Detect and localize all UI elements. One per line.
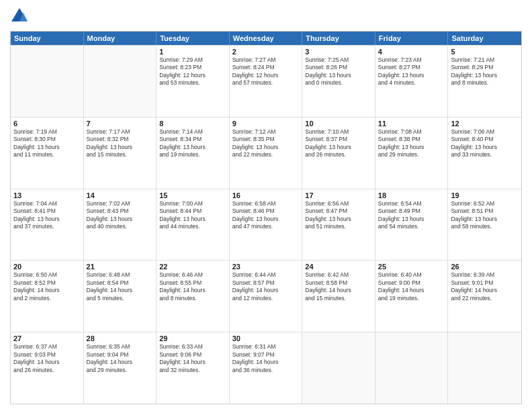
day-cell-17: 17Sunrise: 6:56 AM Sunset: 8:47 PM Dayli… xyxy=(302,189,375,261)
day-cell-23: 23Sunrise: 6:44 AM Sunset: 8:57 PM Dayli… xyxy=(230,261,303,332)
weekday-thursday: Thursday xyxy=(302,32,375,45)
day-cell-8: 8Sunrise: 7:14 AM Sunset: 8:34 PM Daylig… xyxy=(157,118,230,189)
day-info: Sunrise: 7:12 AM Sunset: 8:35 PM Dayligh… xyxy=(232,128,300,159)
day-info: Sunrise: 6:50 AM Sunset: 8:52 PM Dayligh… xyxy=(13,271,81,302)
empty-cell-r4c5 xyxy=(375,332,449,404)
day-number: 6 xyxy=(13,120,81,128)
day-cell-20: 20Sunrise: 6:50 AM Sunset: 8:52 PM Dayli… xyxy=(11,261,84,332)
day-number: 10 xyxy=(305,120,372,128)
day-info: Sunrise: 7:25 AM Sunset: 8:26 PM Dayligh… xyxy=(305,56,372,87)
day-info: Sunrise: 6:31 AM Sunset: 9:07 PM Dayligh… xyxy=(232,343,300,374)
day-number: 5 xyxy=(451,48,519,56)
day-info: Sunrise: 7:21 AM Sunset: 8:29 PM Dayligh… xyxy=(451,56,519,87)
day-cell-25: 25Sunrise: 6:40 AM Sunset: 9:00 PM Dayli… xyxy=(375,261,449,332)
day-number: 17 xyxy=(305,191,372,199)
calendar-row-5: 27Sunrise: 6:37 AM Sunset: 9:03 PM Dayli… xyxy=(11,332,521,404)
day-info: Sunrise: 6:52 AM Sunset: 8:51 PM Dayligh… xyxy=(451,200,519,231)
calendar-row-3: 13Sunrise: 7:04 AM Sunset: 8:41 PM Dayli… xyxy=(11,189,521,261)
day-cell-16: 16Sunrise: 6:58 AM Sunset: 8:46 PM Dayli… xyxy=(230,189,303,261)
day-info: Sunrise: 7:00 AM Sunset: 8:44 PM Dayligh… xyxy=(159,200,226,231)
day-cell-2: 2Sunrise: 7:27 AM Sunset: 8:24 PM Daylig… xyxy=(230,46,303,117)
day-number: 9 xyxy=(232,120,300,128)
day-info: Sunrise: 7:17 AM Sunset: 8:32 PM Dayligh… xyxy=(87,128,154,159)
calendar-row-2: 6Sunrise: 7:19 AM Sunset: 8:30 PM Daylig… xyxy=(11,117,521,189)
day-number: 28 xyxy=(87,334,154,342)
day-info: Sunrise: 6:33 AM Sunset: 9:06 PM Dayligh… xyxy=(159,343,226,374)
day-cell-19: 19Sunrise: 6:52 AM Sunset: 8:51 PM Dayli… xyxy=(448,189,521,261)
calendar-body: 1Sunrise: 7:29 AM Sunset: 8:23 PM Daylig… xyxy=(11,45,521,404)
day-number: 4 xyxy=(378,48,445,56)
weekday-monday: Monday xyxy=(84,32,157,45)
day-cell-30: 30Sunrise: 6:31 AM Sunset: 9:07 PM Dayli… xyxy=(230,332,303,404)
day-number: 2 xyxy=(232,48,300,56)
day-number: 27 xyxy=(13,334,81,342)
day-cell-4: 4Sunrise: 7:23 AM Sunset: 8:27 PM Daylig… xyxy=(375,46,449,117)
day-number: 29 xyxy=(159,334,226,342)
day-info: Sunrise: 7:14 AM Sunset: 8:34 PM Dayligh… xyxy=(159,128,226,159)
day-cell-21: 21Sunrise: 6:48 AM Sunset: 8:54 PM Dayli… xyxy=(84,261,157,332)
calendar-header: Sunday Monday Tuesday Wednesday Thursday… xyxy=(11,32,521,45)
day-number: 21 xyxy=(87,263,154,271)
day-info: Sunrise: 7:19 AM Sunset: 8:30 PM Dayligh… xyxy=(13,128,81,159)
weekday-wednesday: Wednesday xyxy=(230,32,303,45)
day-number: 23 xyxy=(232,263,300,271)
day-number: 22 xyxy=(159,263,226,271)
weekday-tuesday: Tuesday xyxy=(157,32,230,45)
day-info: Sunrise: 6:54 AM Sunset: 8:49 PM Dayligh… xyxy=(378,200,445,231)
day-number: 13 xyxy=(13,191,81,199)
empty-cell-r0c0 xyxy=(11,46,84,117)
day-number: 14 xyxy=(87,191,154,199)
header xyxy=(10,7,522,26)
day-number: 20 xyxy=(13,263,81,271)
day-info: Sunrise: 6:46 AM Sunset: 8:55 PM Dayligh… xyxy=(159,271,226,302)
day-cell-9: 9Sunrise: 7:12 AM Sunset: 8:35 PM Daylig… xyxy=(230,118,303,189)
day-cell-13: 13Sunrise: 7:04 AM Sunset: 8:41 PM Dayli… xyxy=(11,189,84,261)
day-info: Sunrise: 6:37 AM Sunset: 9:03 PM Dayligh… xyxy=(13,343,81,374)
day-number: 12 xyxy=(451,120,519,128)
day-info: Sunrise: 7:02 AM Sunset: 8:43 PM Dayligh… xyxy=(87,200,154,231)
calendar: Sunday Monday Tuesday Wednesday Thursday… xyxy=(10,31,522,404)
day-cell-7: 7Sunrise: 7:17 AM Sunset: 8:32 PM Daylig… xyxy=(84,118,157,189)
day-info: Sunrise: 7:06 AM Sunset: 8:40 PM Dayligh… xyxy=(451,128,519,159)
day-cell-3: 3Sunrise: 7:25 AM Sunset: 8:26 PM Daylig… xyxy=(302,46,375,117)
empty-cell-r4c4 xyxy=(302,332,375,404)
day-cell-22: 22Sunrise: 6:46 AM Sunset: 8:55 PM Dayli… xyxy=(157,261,230,332)
weekday-saturday: Saturday xyxy=(448,32,521,45)
day-info: Sunrise: 6:44 AM Sunset: 8:57 PM Dayligh… xyxy=(232,271,300,302)
day-cell-11: 11Sunrise: 7:08 AM Sunset: 8:38 PM Dayli… xyxy=(375,118,449,189)
day-info: Sunrise: 7:10 AM Sunset: 8:37 PM Dayligh… xyxy=(305,128,372,159)
day-cell-24: 24Sunrise: 6:42 AM Sunset: 8:58 PM Dayli… xyxy=(302,261,375,332)
day-number: 1 xyxy=(159,48,226,56)
day-cell-28: 28Sunrise: 6:35 AM Sunset: 9:04 PM Dayli… xyxy=(84,332,157,404)
day-number: 15 xyxy=(159,191,226,199)
day-number: 26 xyxy=(451,263,519,271)
day-cell-29: 29Sunrise: 6:33 AM Sunset: 9:06 PM Dayli… xyxy=(157,332,230,404)
day-info: Sunrise: 7:29 AM Sunset: 8:23 PM Dayligh… xyxy=(159,56,226,87)
day-cell-27: 27Sunrise: 6:37 AM Sunset: 9:03 PM Dayli… xyxy=(11,332,84,404)
weekday-friday: Friday xyxy=(375,32,449,45)
day-cell-5: 5Sunrise: 7:21 AM Sunset: 8:29 PM Daylig… xyxy=(448,46,521,117)
empty-cell-r0c1 xyxy=(84,46,157,117)
day-number: 18 xyxy=(378,191,445,199)
calendar-row-1: 1Sunrise: 7:29 AM Sunset: 8:23 PM Daylig… xyxy=(11,45,521,117)
day-cell-10: 10Sunrise: 7:10 AM Sunset: 8:37 PM Dayli… xyxy=(302,118,375,189)
day-info: Sunrise: 6:42 AM Sunset: 8:58 PM Dayligh… xyxy=(305,271,372,302)
day-number: 7 xyxy=(87,120,154,128)
calendar-row-4: 20Sunrise: 6:50 AM Sunset: 8:52 PM Dayli… xyxy=(11,260,521,332)
day-number: 3 xyxy=(305,48,372,56)
day-info: Sunrise: 6:58 AM Sunset: 8:46 PM Dayligh… xyxy=(232,200,300,231)
day-number: 8 xyxy=(159,120,226,128)
day-info: Sunrise: 6:39 AM Sunset: 9:01 PM Dayligh… xyxy=(451,271,519,302)
day-cell-18: 18Sunrise: 6:54 AM Sunset: 8:49 PM Dayli… xyxy=(375,189,449,261)
day-number: 19 xyxy=(451,191,519,199)
day-cell-6: 6Sunrise: 7:19 AM Sunset: 8:30 PM Daylig… xyxy=(11,118,84,189)
weekday-sunday: Sunday xyxy=(11,32,84,45)
logo-icon xyxy=(10,7,29,26)
page: Sunday Monday Tuesday Wednesday Thursday… xyxy=(0,0,532,411)
day-number: 16 xyxy=(232,191,300,199)
empty-cell-r4c6 xyxy=(448,332,521,404)
day-info: Sunrise: 6:35 AM Sunset: 9:04 PM Dayligh… xyxy=(87,343,154,374)
day-number: 25 xyxy=(378,263,445,271)
day-info: Sunrise: 7:08 AM Sunset: 8:38 PM Dayligh… xyxy=(378,128,445,159)
day-number: 30 xyxy=(232,334,300,342)
